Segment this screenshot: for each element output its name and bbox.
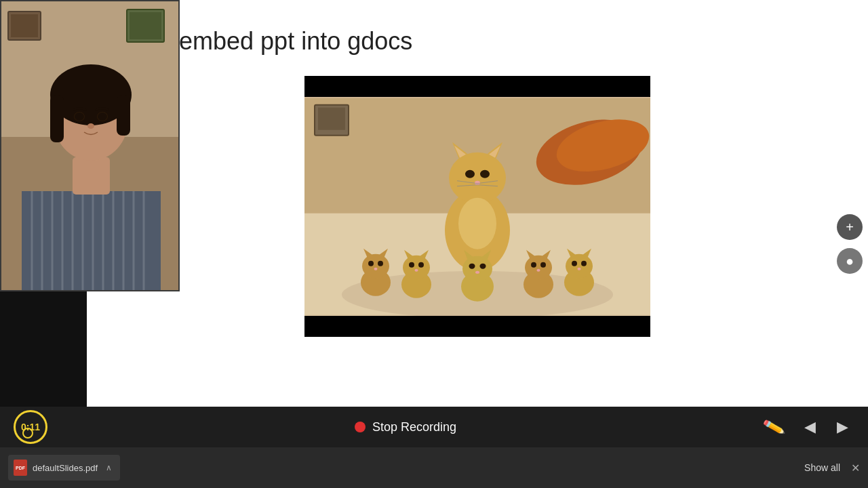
svg-point-47 — [540, 262, 546, 268]
cat-scene-svg — [304, 97, 650, 316]
prev-slide-button[interactable]: ◀ — [797, 415, 822, 439]
mouse-cursor-indicator — [22, 428, 33, 439]
svg-rect-4 — [318, 108, 345, 130]
svg-point-32 — [409, 262, 414, 268]
svg-point-29 — [403, 256, 430, 280]
right-controls-panel: + ● — [837, 214, 868, 274]
webcam-overlay — [0, 0, 180, 291]
record-dot — [355, 422, 366, 432]
slide-container: Test embed ppt into gdocs — [87, 0, 868, 447]
file-type-icon: PDF — [14, 460, 27, 476]
svg-point-53 — [572, 261, 577, 266]
svg-point-14 — [480, 170, 490, 178]
taskbar-close-button[interactable]: ✕ — [851, 462, 860, 474]
svg-point-55 — [578, 268, 581, 270]
pencil-icon[interactable]: ✏️ — [762, 415, 786, 439]
svg-point-82 — [75, 113, 84, 121]
svg-point-20 — [458, 198, 496, 249]
svg-point-8 — [449, 152, 506, 204]
slide-navigation: ◀ ▶ — [797, 415, 854, 439]
svg-point-50 — [566, 254, 593, 279]
svg-rect-59 — [11, 14, 38, 37]
svg-point-22 — [362, 254, 389, 279]
svg-point-34 — [415, 269, 418, 272]
stop-recording-control[interactable]: Stop Recording — [355, 420, 456, 434]
slide-media — [304, 76, 650, 337]
add-button[interactable]: + — [837, 214, 863, 240]
svg-point-13 — [465, 170, 475, 178]
svg-point-84 — [87, 123, 94, 129]
next-slide-button[interactable]: ▶ — [830, 415, 854, 439]
stop-recording-label: Stop Recording — [372, 420, 456, 434]
file-chevron-icon: ∧ — [106, 463, 112, 472]
svg-point-43 — [525, 256, 552, 280]
svg-point-54 — [581, 261, 587, 266]
svg-rect-79 — [117, 95, 130, 136]
svg-point-36 — [462, 256, 492, 282]
cat-image — [304, 76, 650, 337]
recording-bar: 0:11 Stop Recording ✏️ ◀ ▶ — [0, 407, 868, 447]
svg-point-26 — [378, 261, 383, 266]
show-all-button[interactable]: Show all — [799, 460, 846, 476]
webcam-feed — [1, 1, 180, 291]
circle-button[interactable]: ● — [837, 248, 863, 274]
svg-point-33 — [418, 262, 424, 268]
svg-point-25 — [368, 261, 374, 266]
svg-point-39 — [469, 264, 475, 269]
svg-point-48 — [537, 269, 540, 272]
svg-rect-61 — [130, 12, 161, 39]
svg-point-46 — [531, 262, 536, 268]
svg-rect-78 — [50, 95, 64, 142]
taskbar: PDF defaultSlides.pdf ∧ Show all ✕ — [0, 447, 868, 488]
pencil-tool-area: ✏️ — [764, 418, 784, 436]
file-name-label: defaultSlides.pdf — [33, 463, 98, 473]
svg-point-15 — [475, 181, 480, 185]
timer-circle: 0:11 — [14, 410, 47, 444]
cat-image-inner — [304, 97, 650, 316]
svg-point-41 — [475, 271, 479, 274]
taskbar-file-item[interactable]: PDF defaultSlides.pdf ∧ — [8, 455, 120, 481]
svg-point-40 — [480, 264, 486, 269]
svg-point-83 — [98, 113, 107, 121]
svg-point-27 — [374, 268, 378, 270]
stop-recording-area: Stop Recording — [61, 420, 750, 434]
svg-rect-75 — [73, 157, 110, 195]
